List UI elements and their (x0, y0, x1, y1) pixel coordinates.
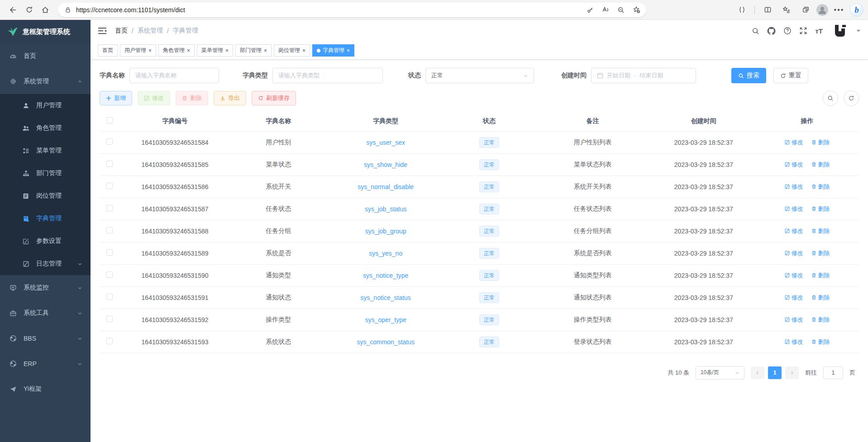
row-edit-button[interactable]: 修改 (785, 183, 803, 191)
dict-type-link[interactable]: sys_oper_type (365, 316, 406, 323)
page-size-select[interactable]: 10条/页 (696, 366, 744, 380)
sidebar-item-home[interactable]: 首页 (0, 43, 91, 69)
row-checkbox[interactable] (106, 205, 113, 211)
row-edit-button[interactable]: 修改 (785, 249, 803, 257)
add-button[interactable]: 新增 (100, 91, 132, 105)
row-checkbox[interactable] (106, 138, 113, 145)
zoom-out-button[interactable] (614, 4, 628, 16)
tab-close-icon[interactable]: × (264, 48, 267, 53)
sidebar-item-log-management[interactable]: 日志管理 (0, 252, 91, 275)
view-tab[interactable]: 部门管理 × (235, 44, 272, 57)
sidebar-item-menu-management[interactable]: 菜单管理 (0, 139, 91, 162)
bing-copilot-button[interactable]: b (850, 3, 863, 17)
delete-button[interactable]: 删除 (176, 91, 208, 105)
breadcrumb-home[interactable]: 首页 (115, 27, 128, 35)
dict-type-link[interactable]: sys_notice_type (363, 272, 408, 279)
browser-profile-avatar[interactable] (816, 4, 828, 16)
browser-home-button[interactable] (37, 2, 53, 18)
row-delete-button[interactable]: 删除 (811, 271, 830, 280)
row-edit-button[interactable]: 修改 (785, 227, 803, 235)
sidebar-item-dict-management[interactable]: 字典管理 (0, 207, 91, 230)
password-key-button[interactable] (583, 4, 597, 16)
row-checkbox[interactable] (106, 294, 113, 300)
dict-type-link[interactable]: sys_show_hide (364, 161, 407, 168)
avatar-dropdown-caret[interactable] (856, 29, 861, 33)
dict-type-input[interactable]: 请输入字典类型 (272, 68, 383, 83)
tab-close-icon[interactable]: × (347, 48, 350, 53)
export-button[interactable]: 导出 (214, 91, 246, 105)
split-screen-button[interactable] (759, 2, 776, 18)
tab-close-icon[interactable]: × (187, 48, 190, 53)
reset-button[interactable]: 重置 (773, 68, 808, 83)
address-bar[interactable]: https://ccnetcore.com:1101/system/dict (58, 3, 646, 17)
view-tab[interactable]: 岗位管理 × (274, 44, 310, 57)
sidebar-item-yi-framework[interactable]: Yi框架 (0, 376, 91, 402)
view-tab[interactable]: 角色管理 × (158, 44, 195, 57)
dict-type-link[interactable]: sys_normal_disable (358, 183, 414, 190)
view-tab[interactable]: 字典管理 × (312, 44, 354, 57)
sidebar-item-dept-management[interactable]: 部门管理 (0, 162, 91, 185)
date-range-picker[interactable]: 开始日期 - 结束日期 (591, 68, 696, 83)
favorites-bar-button[interactable] (778, 2, 795, 18)
row-edit-button[interactable]: 修改 (785, 316, 803, 324)
browser-refresh-button[interactable] (21, 2, 37, 18)
row-delete-button[interactable]: 删除 (811, 183, 830, 191)
url-text[interactable]: https://ccnetcore.com:1101/system/dict (76, 6, 583, 14)
view-tab[interactable]: 菜单管理 × (197, 44, 233, 57)
sidebar-item-system-management[interactable]: 系统管理 (0, 69, 91, 94)
sidebar-item-erp[interactable]: ERP (0, 351, 91, 376)
row-delete-button[interactable]: 删除 (811, 249, 830, 257)
row-delete-button[interactable]: 删除 (811, 138, 830, 147)
next-page-button[interactable] (785, 366, 799, 379)
select-all-checkbox[interactable] (106, 117, 113, 124)
goto-page-input[interactable]: 1 (823, 366, 843, 379)
row-edit-button[interactable]: 修改 (785, 271, 803, 280)
row-delete-button[interactable]: 删除 (811, 316, 830, 324)
help-button[interactable] (783, 27, 792, 35)
row-delete-button[interactable]: 删除 (811, 227, 830, 235)
sidebar-item-system-tools[interactable]: 系统工具 (0, 300, 91, 326)
dict-type-link[interactable]: sys_common_status (357, 338, 415, 346)
row-checkbox[interactable] (106, 227, 113, 233)
dict-type-link[interactable]: sys_job_status (365, 205, 407, 213)
dict-type-link[interactable]: sys_user_sex (366, 139, 405, 146)
row-checkbox[interactable] (106, 249, 113, 256)
view-tab[interactable]: 首页 (98, 44, 118, 57)
sidebar-item-user-management[interactable]: 用户管理 (0, 94, 91, 117)
row-edit-button[interactable]: 修改 (785, 205, 803, 213)
fullscreen-button[interactable] (799, 27, 807, 35)
search-button[interactable]: 搜索 (731, 68, 766, 83)
sidebar-item-system-monitor[interactable]: 系统监控 (0, 275, 91, 300)
table-search-toggle-button[interactable] (823, 90, 838, 106)
sidebar-item-role-management[interactable]: 角色管理 (0, 117, 91, 139)
row-checkbox[interactable] (106, 316, 113, 322)
row-checkbox[interactable] (106, 161, 113, 167)
favorite-add-button[interactable] (629, 4, 644, 16)
view-tab[interactable]: 用户管理 × (120, 44, 156, 57)
tab-close-icon[interactable]: × (148, 48, 152, 53)
font-size-button[interactable]: тT (815, 27, 823, 35)
row-delete-button[interactable]: 删除 (811, 338, 830, 346)
header-search-button[interactable] (752, 27, 759, 35)
row-edit-button[interactable]: 修改 (785, 294, 803, 302)
row-delete-button[interactable]: 删除 (811, 294, 830, 302)
row-checkbox[interactable] (106, 271, 113, 278)
tab-close-icon[interactable]: × (225, 48, 229, 53)
extensions-button[interactable] (734, 2, 750, 18)
table-refresh-button[interactable] (844, 90, 859, 106)
dict-name-input[interactable]: 请输入字典名称 (129, 68, 219, 83)
row-edit-button[interactable]: 修改 (785, 161, 803, 169)
refresh-cache-button[interactable]: 刷新缓存 (252, 91, 296, 105)
sidebar-item-bbs[interactable]: BBS (0, 326, 91, 351)
tab-close-icon[interactable]: × (302, 48, 305, 53)
row-checkbox[interactable] (106, 183, 113, 189)
prev-page-button[interactable] (751, 366, 764, 379)
collections-button[interactable] (797, 2, 814, 18)
sidebar-item-param-settings[interactable]: 参数设置 (0, 230, 91, 252)
row-edit-button[interactable]: 修改 (785, 138, 803, 147)
row-delete-button[interactable]: 删除 (811, 205, 830, 213)
dict-type-link[interactable]: sys_notice_status (361, 294, 411, 301)
row-edit-button[interactable]: 修改 (785, 338, 803, 346)
browser-menu-button[interactable]: ••• (831, 2, 847, 18)
user-avatar-logo[interactable] (833, 23, 849, 38)
